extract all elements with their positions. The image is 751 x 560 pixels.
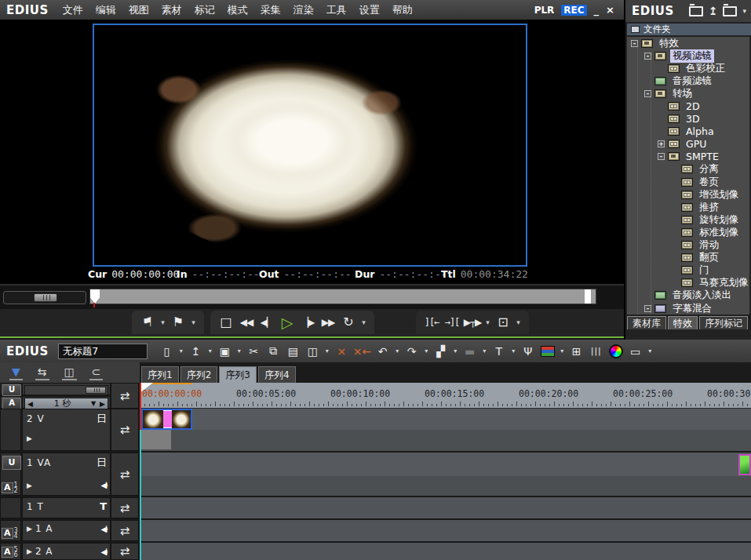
sequence-tab[interactable]: 序列2 bbox=[180, 366, 218, 383]
tree-item[interactable]: -特效 bbox=[627, 37, 749, 49]
create-title-menu[interactable]: ▾ bbox=[510, 343, 516, 360]
speaker-icon[interactable]: ◀⟩ bbox=[100, 547, 107, 556]
tree-item[interactable]: 翻页 bbox=[627, 252, 749, 264]
cut-button[interactable]: ✂ bbox=[246, 343, 262, 360]
tree-item[interactable]: -SMPTE bbox=[627, 151, 749, 163]
undo-button[interactable]: ↶ bbox=[374, 343, 391, 360]
folder-up-icon[interactable]: ↥ bbox=[709, 5, 718, 17]
export-menu[interactable]: ▾ bbox=[559, 343, 565, 360]
play-around-cursor-menu[interactable]: ▾ bbox=[483, 311, 492, 333]
export-to-tape-menu[interactable]: ▾ bbox=[514, 311, 523, 333]
collapse-icon[interactable]: - bbox=[658, 153, 665, 160]
new-folder-menu[interactable]: ▾ bbox=[742, 7, 746, 15]
sync-swap-icon[interactable]: ⇄ bbox=[120, 467, 130, 482]
paste-button[interactable]: ▤ bbox=[285, 343, 301, 360]
save-project-menu[interactable]: ▾ bbox=[236, 343, 242, 360]
position-seekbar[interactable] bbox=[89, 289, 596, 304]
track-expand-arrow[interactable]: ▶ bbox=[27, 525, 32, 533]
multicam-button[interactable]: ⊞ bbox=[568, 343, 585, 360]
new-folder-icon[interactable] bbox=[723, 6, 737, 16]
menubar-item[interactable]: 渲染 bbox=[287, 0, 320, 20]
timeline-zoom-selector[interactable]: ◀ 1 秒 ▼ ▶ bbox=[24, 398, 108, 409]
tree-item[interactable]: -字幕混合 bbox=[627, 302, 749, 315]
replace-clip-menu[interactable]: ▾ bbox=[324, 343, 330, 360]
sync-swap-icon[interactable]: ⇄ bbox=[120, 423, 130, 437]
open-project-button[interactable]: ↥ bbox=[188, 343, 204, 360]
window-layout-button[interactable]: ▭ bbox=[627, 343, 643, 360]
tree-item[interactable]: 音频淡入淡出 bbox=[627, 289, 749, 302]
sequence-tab[interactable]: 序列1 bbox=[141, 366, 179, 383]
tree-item[interactable]: 门 bbox=[627, 264, 749, 277]
redo-menu[interactable]: ▾ bbox=[423, 343, 429, 360]
zoom-out-arrow-icon[interactable]: ◀ bbox=[25, 400, 35, 408]
create-title-button[interactable]: T bbox=[490, 343, 507, 360]
palette-tab[interactable]: 特效 bbox=[668, 316, 698, 329]
track-mute-button[interactable]: U bbox=[2, 456, 21, 470]
export-to-tape-button[interactable]: ⊡ bbox=[494, 311, 512, 333]
new-sequence-menu[interactable]: ▾ bbox=[178, 343, 184, 360]
replace-clip-button[interactable]: ◫ bbox=[304, 343, 321, 360]
tree-item[interactable]: 色彩校正 bbox=[627, 62, 749, 75]
voiceover-button[interactable]: Ψ bbox=[520, 343, 536, 360]
tree-item[interactable]: 旋转划像 bbox=[627, 213, 749, 226]
speaker-icon[interactable]: ◀⟩ bbox=[100, 525, 107, 533]
sync-swap-icon[interactable]: ⇄ bbox=[120, 524, 130, 538]
project-title-field[interactable]: 无标题7 bbox=[58, 344, 148, 359]
track-expand-arrow[interactable]: ▶ bbox=[27, 547, 32, 555]
tree-item[interactable]: 3D bbox=[627, 113, 749, 125]
next-frame-button[interactable]: ▕▶ bbox=[298, 311, 317, 333]
sequence-tab[interactable]: 序列3 bbox=[219, 366, 257, 383]
redo-button[interactable]: ↷ bbox=[403, 343, 420, 360]
trim-mode-button[interactable]: ▬ bbox=[461, 343, 478, 360]
menubar-item[interactable]: 编辑 bbox=[89, 0, 122, 20]
menubar-item[interactable]: 工具 bbox=[320, 0, 353, 20]
green-video-clip[interactable] bbox=[738, 454, 751, 475]
sequence-tab[interactable]: 序列4 bbox=[258, 366, 296, 383]
prev-frame-button[interactable]: ◀▏ bbox=[257, 311, 276, 333]
track-header[interactable]: ▶2 A◀⟩ bbox=[22, 543, 111, 560]
group-link-icon[interactable]: ⊂ bbox=[89, 365, 104, 380]
menubar-item[interactable]: 标记 bbox=[188, 0, 221, 20]
export-button[interactable] bbox=[539, 343, 556, 360]
minimize-icon[interactable]: _ bbox=[594, 4, 600, 16]
track-header[interactable]: 1 VA日▶◀⟩ bbox=[22, 453, 111, 496]
add-cut-point-menu[interactable]: ▾ bbox=[452, 343, 458, 360]
loop-playback-button[interactable]: ↻ bbox=[339, 311, 358, 333]
audio-mixer-button[interactable]: ||| bbox=[588, 343, 604, 360]
track-expand-arrow[interactable]: ▶ bbox=[27, 482, 32, 489]
tree-item[interactable]: -视频滤镜 bbox=[627, 49, 749, 62]
trim-mode-menu[interactable]: ▾ bbox=[481, 343, 487, 360]
speaker-icon[interactable]: ◀⟩ bbox=[100, 481, 107, 489]
set-in-point-menu[interactable]: ▾ bbox=[159, 311, 167, 333]
save-project-button[interactable]: ▣ bbox=[217, 343, 233, 360]
tree-item[interactable]: 音频滤镜 bbox=[627, 75, 749, 87]
tree-item[interactable]: 马赛克划像 bbox=[627, 277, 749, 289]
tree-item[interactable]: 滑动 bbox=[627, 239, 749, 252]
palette-tab[interactable]: 序列标记 bbox=[699, 316, 748, 329]
menubar-item[interactable]: 视图 bbox=[122, 0, 155, 20]
goto-out-point-button[interactable]: →][ bbox=[443, 311, 461, 333]
add-cut-point-button[interactable]: ▞ bbox=[432, 343, 449, 360]
set-in-point-button[interactable]: ⚑ bbox=[138, 311, 157, 333]
insert-overwrite-mode-icon[interactable]: ▼ bbox=[9, 365, 23, 380]
sync-swap-icon[interactable]: ⇄ bbox=[120, 544, 130, 558]
tree-item[interactable]: 推挤 bbox=[627, 201, 749, 213]
goto-in-point-button[interactable]: ][← bbox=[422, 311, 441, 333]
delete-button[interactable]: × bbox=[334, 343, 350, 360]
zoom-in-arrow-icon[interactable]: ▶ bbox=[97, 400, 108, 408]
menubar-item[interactable]: 素材 bbox=[155, 0, 188, 20]
u-button[interactable]: U bbox=[2, 384, 21, 396]
sync-swap-icon[interactable]: ⇄ bbox=[120, 389, 130, 403]
tree-item[interactable]: 分离 bbox=[627, 163, 749, 176]
undo-menu[interactable]: ▾ bbox=[394, 343, 400, 360]
track-expand-arrow[interactable]: ▶ bbox=[27, 435, 32, 442]
sync-swap-icon[interactable]: ⇄ bbox=[120, 501, 130, 515]
tree-item[interactable]: 增强划像 bbox=[627, 188, 749, 201]
shuttle-slider[interactable] bbox=[3, 291, 86, 304]
hscrollbar-thumb[interactable] bbox=[86, 387, 106, 394]
expand-icon[interactable]: + bbox=[658, 140, 665, 147]
timeline-hscrollbar[interactable] bbox=[24, 385, 108, 395]
recorder-mode-badge[interactable]: REC bbox=[561, 5, 586, 16]
set-out-point-menu[interactable]: ▾ bbox=[189, 311, 198, 333]
shuttle-thumb[interactable] bbox=[34, 293, 57, 302]
